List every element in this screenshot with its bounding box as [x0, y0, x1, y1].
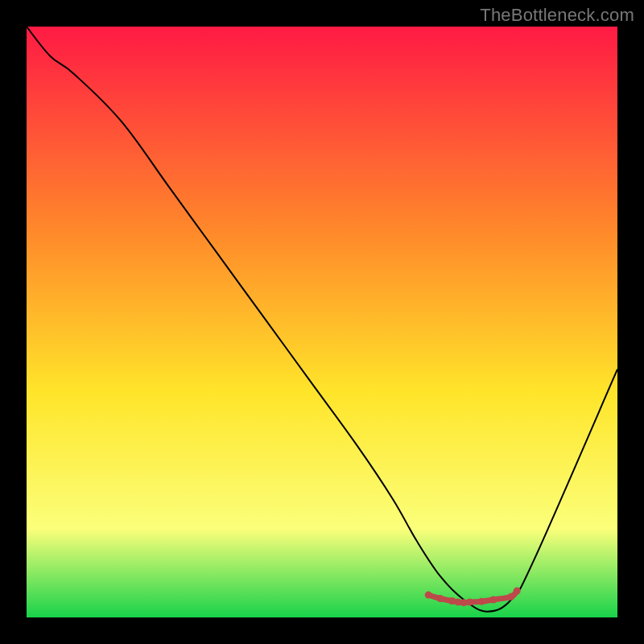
marker-dot — [466, 598, 473, 605]
marker-dot — [425, 592, 432, 599]
marker-dot — [514, 587, 521, 594]
marker-dot — [478, 598, 485, 605]
marker-dot — [436, 595, 444, 602]
chart-frame: TheBottleneck.com — [0, 0, 644, 644]
marker-dot — [507, 593, 514, 601]
chart-svg — [27, 27, 617, 617]
plot-area — [27, 27, 617, 617]
marker-dot — [489, 596, 497, 603]
watermark-text: TheBottleneck.com — [480, 5, 634, 26]
